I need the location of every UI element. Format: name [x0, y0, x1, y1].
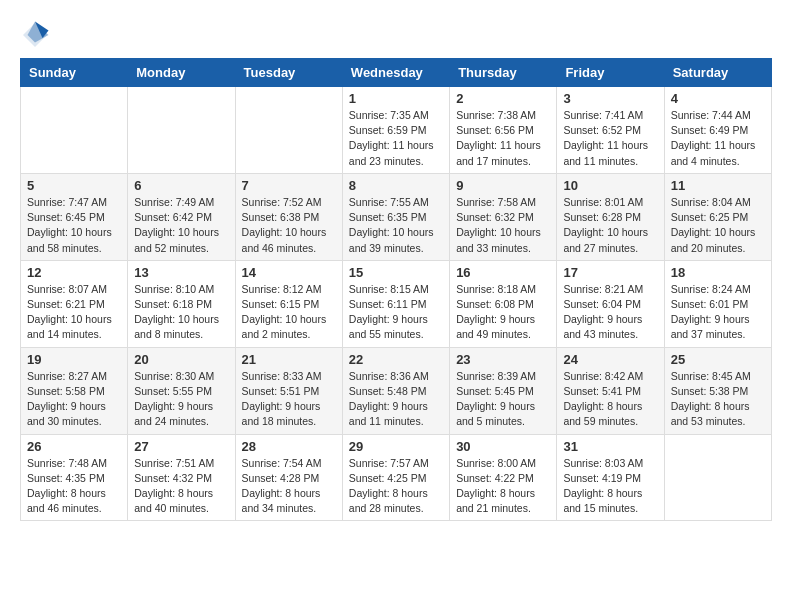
- calendar-cell: 25Sunrise: 8:45 AMSunset: 5:38 PMDayligh…: [664, 347, 771, 434]
- day-number: 9: [456, 178, 550, 193]
- calendar-body: 1Sunrise: 7:35 AMSunset: 6:59 PMDaylight…: [21, 87, 772, 521]
- calendar-cell: 12Sunrise: 8:07 AMSunset: 6:21 PMDayligh…: [21, 260, 128, 347]
- day-number: 30: [456, 439, 550, 454]
- day-info: Sunrise: 8:42 AMSunset: 5:41 PMDaylight:…: [563, 369, 657, 430]
- day-info: Sunrise: 8:21 AMSunset: 6:04 PMDaylight:…: [563, 282, 657, 343]
- calendar-cell: 1Sunrise: 7:35 AMSunset: 6:59 PMDaylight…: [342, 87, 449, 174]
- weekday-header-tuesday: Tuesday: [235, 59, 342, 87]
- day-number: 8: [349, 178, 443, 193]
- calendar-header: SundayMondayTuesdayWednesdayThursdayFrid…: [21, 59, 772, 87]
- calendar-cell: 24Sunrise: 8:42 AMSunset: 5:41 PMDayligh…: [557, 347, 664, 434]
- weekday-header-saturday: Saturday: [664, 59, 771, 87]
- day-number: 19: [27, 352, 121, 367]
- calendar-cell: 26Sunrise: 7:48 AMSunset: 4:35 PMDayligh…: [21, 434, 128, 521]
- calendar-cell: 15Sunrise: 8:15 AMSunset: 6:11 PMDayligh…: [342, 260, 449, 347]
- day-number: 20: [134, 352, 228, 367]
- calendar-cell: [235, 87, 342, 174]
- day-number: 29: [349, 439, 443, 454]
- day-number: 22: [349, 352, 443, 367]
- day-number: 6: [134, 178, 228, 193]
- calendar-cell: 27Sunrise: 7:51 AMSunset: 4:32 PMDayligh…: [128, 434, 235, 521]
- day-info: Sunrise: 7:54 AMSunset: 4:28 PMDaylight:…: [242, 456, 336, 517]
- calendar-cell: 23Sunrise: 8:39 AMSunset: 5:45 PMDayligh…: [450, 347, 557, 434]
- calendar-week-1: 1Sunrise: 7:35 AMSunset: 6:59 PMDaylight…: [21, 87, 772, 174]
- day-info: Sunrise: 8:45 AMSunset: 5:38 PMDaylight:…: [671, 369, 765, 430]
- weekday-header-sunday: Sunday: [21, 59, 128, 87]
- day-info: Sunrise: 7:52 AMSunset: 6:38 PMDaylight:…: [242, 195, 336, 256]
- calendar-cell: [664, 434, 771, 521]
- calendar-cell: 31Sunrise: 8:03 AMSunset: 4:19 PMDayligh…: [557, 434, 664, 521]
- day-info: Sunrise: 8:33 AMSunset: 5:51 PMDaylight:…: [242, 369, 336, 430]
- calendar-cell: 7Sunrise: 7:52 AMSunset: 6:38 PMDaylight…: [235, 173, 342, 260]
- day-number: 5: [27, 178, 121, 193]
- logo: [20, 20, 54, 50]
- calendar-cell: 4Sunrise: 7:44 AMSunset: 6:49 PMDaylight…: [664, 87, 771, 174]
- calendar-cell: 21Sunrise: 8:33 AMSunset: 5:51 PMDayligh…: [235, 347, 342, 434]
- day-info: Sunrise: 7:58 AMSunset: 6:32 PMDaylight:…: [456, 195, 550, 256]
- day-info: Sunrise: 8:36 AMSunset: 5:48 PMDaylight:…: [349, 369, 443, 430]
- day-info: Sunrise: 8:07 AMSunset: 6:21 PMDaylight:…: [27, 282, 121, 343]
- calendar-cell: 28Sunrise: 7:54 AMSunset: 4:28 PMDayligh…: [235, 434, 342, 521]
- calendar-week-5: 26Sunrise: 7:48 AMSunset: 4:35 PMDayligh…: [21, 434, 772, 521]
- day-number: 17: [563, 265, 657, 280]
- weekday-header-monday: Monday: [128, 59, 235, 87]
- day-info: Sunrise: 8:12 AMSunset: 6:15 PMDaylight:…: [242, 282, 336, 343]
- calendar-cell: 10Sunrise: 8:01 AMSunset: 6:28 PMDayligh…: [557, 173, 664, 260]
- day-number: 28: [242, 439, 336, 454]
- calendar-cell: 19Sunrise: 8:27 AMSunset: 5:58 PMDayligh…: [21, 347, 128, 434]
- day-info: Sunrise: 8:10 AMSunset: 6:18 PMDaylight:…: [134, 282, 228, 343]
- day-info: Sunrise: 7:51 AMSunset: 4:32 PMDaylight:…: [134, 456, 228, 517]
- calendar-cell: 11Sunrise: 8:04 AMSunset: 6:25 PMDayligh…: [664, 173, 771, 260]
- day-info: Sunrise: 8:30 AMSunset: 5:55 PMDaylight:…: [134, 369, 228, 430]
- calendar-cell: 30Sunrise: 8:00 AMSunset: 4:22 PMDayligh…: [450, 434, 557, 521]
- day-number: 10: [563, 178, 657, 193]
- logo-icon: [20, 20, 50, 50]
- calendar-week-2: 5Sunrise: 7:47 AMSunset: 6:45 PMDaylight…: [21, 173, 772, 260]
- calendar-cell: 29Sunrise: 7:57 AMSunset: 4:25 PMDayligh…: [342, 434, 449, 521]
- weekday-header-thursday: Thursday: [450, 59, 557, 87]
- day-number: 13: [134, 265, 228, 280]
- day-number: 15: [349, 265, 443, 280]
- day-number: 25: [671, 352, 765, 367]
- calendar-cell: 13Sunrise: 8:10 AMSunset: 6:18 PMDayligh…: [128, 260, 235, 347]
- day-info: Sunrise: 8:01 AMSunset: 6:28 PMDaylight:…: [563, 195, 657, 256]
- day-number: 18: [671, 265, 765, 280]
- day-number: 14: [242, 265, 336, 280]
- day-info: Sunrise: 7:38 AMSunset: 6:56 PMDaylight:…: [456, 108, 550, 169]
- calendar-week-4: 19Sunrise: 8:27 AMSunset: 5:58 PMDayligh…: [21, 347, 772, 434]
- day-info: Sunrise: 8:04 AMSunset: 6:25 PMDaylight:…: [671, 195, 765, 256]
- calendar-cell: 3Sunrise: 7:41 AMSunset: 6:52 PMDaylight…: [557, 87, 664, 174]
- day-number: 1: [349, 91, 443, 106]
- calendar-cell: 14Sunrise: 8:12 AMSunset: 6:15 PMDayligh…: [235, 260, 342, 347]
- calendar-cell: 5Sunrise: 7:47 AMSunset: 6:45 PMDaylight…: [21, 173, 128, 260]
- day-number: 26: [27, 439, 121, 454]
- day-number: 12: [27, 265, 121, 280]
- day-info: Sunrise: 8:27 AMSunset: 5:58 PMDaylight:…: [27, 369, 121, 430]
- day-info: Sunrise: 7:49 AMSunset: 6:42 PMDaylight:…: [134, 195, 228, 256]
- day-number: 4: [671, 91, 765, 106]
- calendar-cell: 18Sunrise: 8:24 AMSunset: 6:01 PMDayligh…: [664, 260, 771, 347]
- day-info: Sunrise: 7:48 AMSunset: 4:35 PMDaylight:…: [27, 456, 121, 517]
- calendar-cell: 9Sunrise: 7:58 AMSunset: 6:32 PMDaylight…: [450, 173, 557, 260]
- day-info: Sunrise: 8:03 AMSunset: 4:19 PMDaylight:…: [563, 456, 657, 517]
- calendar-week-3: 12Sunrise: 8:07 AMSunset: 6:21 PMDayligh…: [21, 260, 772, 347]
- day-info: Sunrise: 7:41 AMSunset: 6:52 PMDaylight:…: [563, 108, 657, 169]
- day-number: 2: [456, 91, 550, 106]
- weekday-header-friday: Friday: [557, 59, 664, 87]
- day-info: Sunrise: 8:39 AMSunset: 5:45 PMDaylight:…: [456, 369, 550, 430]
- day-info: Sunrise: 7:35 AMSunset: 6:59 PMDaylight:…: [349, 108, 443, 169]
- calendar-cell: 2Sunrise: 7:38 AMSunset: 6:56 PMDaylight…: [450, 87, 557, 174]
- day-number: 11: [671, 178, 765, 193]
- day-info: Sunrise: 7:55 AMSunset: 6:35 PMDaylight:…: [349, 195, 443, 256]
- calendar-cell: 6Sunrise: 7:49 AMSunset: 6:42 PMDaylight…: [128, 173, 235, 260]
- day-number: 31: [563, 439, 657, 454]
- calendar-cell: 17Sunrise: 8:21 AMSunset: 6:04 PMDayligh…: [557, 260, 664, 347]
- day-info: Sunrise: 7:47 AMSunset: 6:45 PMDaylight:…: [27, 195, 121, 256]
- day-number: 24: [563, 352, 657, 367]
- day-number: 23: [456, 352, 550, 367]
- day-info: Sunrise: 7:57 AMSunset: 4:25 PMDaylight:…: [349, 456, 443, 517]
- weekday-row: SundayMondayTuesdayWednesdayThursdayFrid…: [21, 59, 772, 87]
- day-number: 21: [242, 352, 336, 367]
- day-number: 27: [134, 439, 228, 454]
- day-info: Sunrise: 8:24 AMSunset: 6:01 PMDaylight:…: [671, 282, 765, 343]
